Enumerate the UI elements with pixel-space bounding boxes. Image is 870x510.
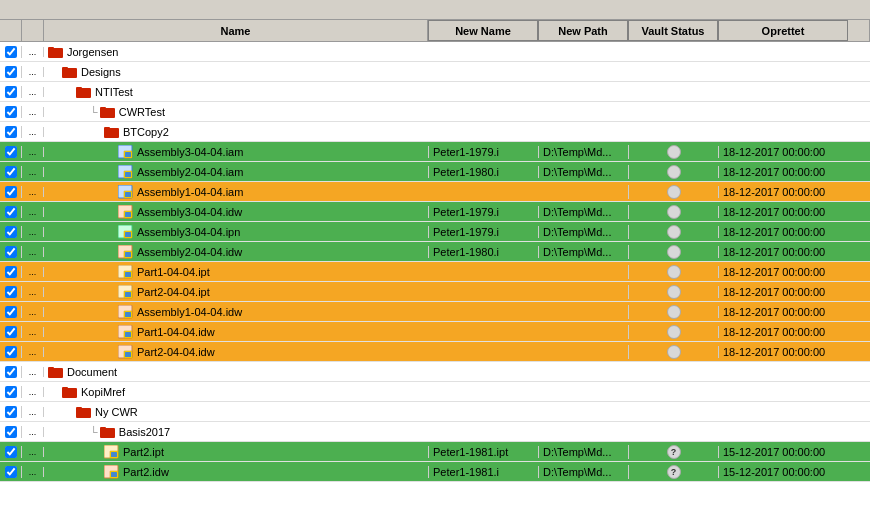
row-checkbox-cell[interactable] (0, 466, 22, 478)
ellipsis-button[interactable]: ... (29, 47, 37, 57)
ellipsis-button[interactable]: ... (29, 287, 37, 297)
row-checkbox-cell[interactable] (0, 166, 22, 178)
row-checkbox[interactable] (5, 206, 17, 218)
row-checkbox[interactable] (5, 126, 17, 138)
ellipsis-button[interactable]: ... (29, 307, 37, 317)
row-checkbox-cell[interactable] (0, 186, 22, 198)
row-dots-cell[interactable]: ... (22, 127, 44, 137)
row-checkbox[interactable] (5, 466, 17, 478)
row-checkbox[interactable] (5, 146, 17, 158)
ellipsis-button[interactable]: ... (29, 327, 37, 337)
table-row: ... Document (0, 362, 870, 382)
row-checkbox[interactable] (5, 86, 17, 98)
row-dots-cell[interactable]: ... (22, 267, 44, 277)
row-checkbox[interactable] (5, 266, 17, 278)
row-checkbox-cell[interactable] (0, 86, 22, 98)
row-checkbox[interactable] (5, 386, 17, 398)
row-dots-cell[interactable]: ... (22, 307, 44, 317)
ellipsis-button[interactable]: ... (29, 367, 37, 377)
row-checkbox-cell[interactable] (0, 446, 22, 458)
row-checkbox[interactable] (5, 286, 17, 298)
row-dots-cell[interactable]: ... (22, 147, 44, 157)
row-dots-cell[interactable]: ... (22, 67, 44, 77)
row-checkbox[interactable] (5, 446, 17, 458)
row-dots-cell[interactable]: ... (22, 187, 44, 197)
row-checkbox-cell[interactable] (0, 386, 22, 398)
row-checkbox[interactable] (5, 186, 17, 198)
col-header-newpath[interactable]: New Path (538, 20, 628, 41)
ellipsis-button[interactable]: ... (29, 447, 37, 457)
col-header-oprettet[interactable]: Oprettet (718, 20, 848, 41)
ellipsis-button[interactable]: ... (29, 247, 37, 257)
ellipsis-button[interactable]: ... (29, 227, 37, 237)
ellipsis-button[interactable]: ... (29, 107, 37, 117)
ellipsis-button[interactable]: ... (29, 347, 37, 357)
row-checkbox-cell[interactable] (0, 366, 22, 378)
ellipsis-button[interactable]: ... (29, 427, 37, 437)
row-checkbox[interactable] (5, 226, 17, 238)
row-checkbox[interactable] (5, 166, 17, 178)
row-dots-cell[interactable]: ... (22, 367, 44, 377)
row-dots-cell[interactable]: ... (22, 207, 44, 217)
row-dots-cell[interactable]: ... (22, 167, 44, 177)
row-checkbox[interactable] (5, 46, 17, 58)
row-vault-cell (628, 145, 718, 159)
ellipsis-button[interactable]: ... (29, 167, 37, 177)
row-name-text: Assembly2-04-04.iam (137, 166, 243, 178)
row-checkbox-cell[interactable] (0, 226, 22, 238)
row-checkbox[interactable] (5, 346, 17, 358)
row-checkbox-cell[interactable] (0, 266, 22, 278)
row-dots-cell[interactable]: ... (22, 287, 44, 297)
ellipsis-button[interactable]: ... (29, 407, 37, 417)
row-dots-cell[interactable]: ... (22, 47, 44, 57)
row-vault-cell (628, 245, 718, 259)
row-checkbox[interactable] (5, 306, 17, 318)
row-dots-cell[interactable]: ... (22, 87, 44, 97)
row-checkbox-cell[interactable] (0, 306, 22, 318)
row-checkbox-cell[interactable] (0, 286, 22, 298)
row-checkbox-cell[interactable] (0, 106, 22, 118)
ellipsis-button[interactable]: ... (29, 127, 37, 137)
row-checkbox[interactable] (5, 66, 17, 78)
ellipsis-button[interactable]: ... (29, 207, 37, 217)
ellipsis-button[interactable]: ... (29, 147, 37, 157)
row-checkbox-cell[interactable] (0, 206, 22, 218)
row-name-text: Basis2017 (119, 426, 170, 438)
row-checkbox-cell[interactable] (0, 346, 22, 358)
row-checkbox[interactable] (5, 246, 17, 258)
row-dots-cell[interactable]: ... (22, 107, 44, 117)
row-checkbox[interactable] (5, 326, 17, 338)
row-checkbox-cell[interactable] (0, 326, 22, 338)
row-oprettet-cell: 18-12-2017 00:00:00 (718, 166, 848, 178)
row-dots-cell[interactable]: ... (22, 447, 44, 457)
ellipsis-button[interactable]: ... (29, 267, 37, 277)
row-dots-cell[interactable]: ... (22, 227, 44, 237)
row-checkbox-cell[interactable] (0, 146, 22, 158)
col-header-vault[interactable]: Vault Status (628, 20, 718, 41)
row-dots-cell[interactable]: ... (22, 347, 44, 357)
row-dots-cell[interactable]: ... (22, 247, 44, 257)
row-checkbox-cell[interactable] (0, 66, 22, 78)
row-checkbox-cell[interactable] (0, 246, 22, 258)
row-checkbox-cell[interactable] (0, 46, 22, 58)
row-checkbox-cell[interactable] (0, 426, 22, 438)
row-dots-cell[interactable]: ... (22, 387, 44, 397)
ellipsis-button[interactable]: ... (29, 67, 37, 77)
row-checkbox-cell[interactable] (0, 126, 22, 138)
toolbar (0, 0, 870, 20)
row-dots-cell[interactable]: ... (22, 327, 44, 337)
col-header-newname[interactable]: New Name (428, 20, 538, 41)
row-checkbox[interactable] (5, 406, 17, 418)
row-checkbox-cell[interactable] (0, 406, 22, 418)
ellipsis-button[interactable]: ... (29, 87, 37, 97)
row-checkbox[interactable] (5, 366, 17, 378)
row-dots-cell[interactable]: ... (22, 467, 44, 477)
row-checkbox[interactable] (5, 106, 17, 118)
row-dots-cell[interactable]: ... (22, 407, 44, 417)
svg-rect-5 (76, 87, 82, 90)
row-dots-cell[interactable]: ... (22, 427, 44, 437)
ellipsis-button[interactable]: ... (29, 387, 37, 397)
ellipsis-button[interactable]: ... (29, 467, 37, 477)
ellipsis-button[interactable]: ... (29, 187, 37, 197)
row-checkbox[interactable] (5, 426, 17, 438)
